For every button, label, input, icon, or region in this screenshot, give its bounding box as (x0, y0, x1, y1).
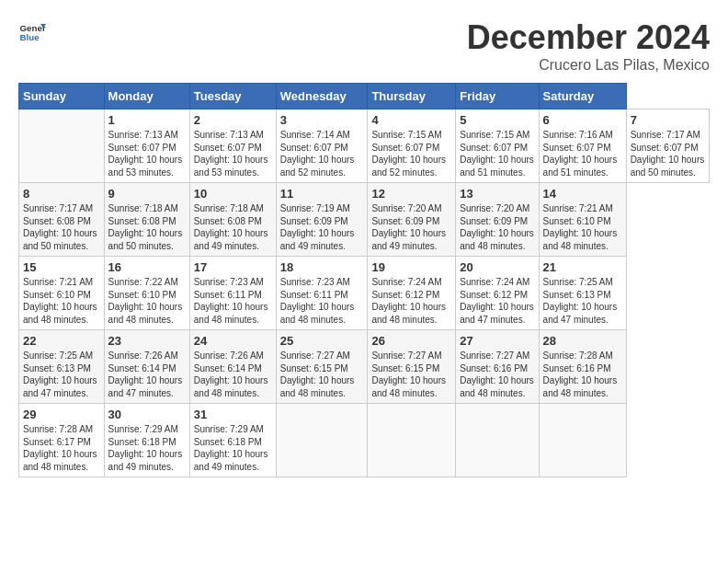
day-number: 6 (543, 113, 622, 127)
column-header-friday: Friday (456, 84, 539, 109)
day-info: Sunrise: 7:29 AMSunset: 6:18 PMDaylight:… (108, 423, 186, 473)
day-number: 25 (280, 334, 364, 348)
day-number: 26 (371, 334, 451, 348)
calendar-cell: 30Sunrise: 7:29 AMSunset: 6:18 PMDayligh… (104, 404, 189, 477)
calendar-cell: 26Sunrise: 7:27 AMSunset: 6:15 PMDayligh… (368, 330, 456, 404)
calendar-cell: 22Sunrise: 7:25 AMSunset: 6:13 PMDayligh… (19, 330, 105, 404)
header-row: SundayMondayTuesdayWednesdayThursdayFrid… (19, 84, 710, 109)
day-number: 15 (23, 260, 100, 274)
calendar-cell: 3Sunrise: 7:14 AMSunset: 6:07 PMDaylight… (276, 109, 368, 183)
day-info: Sunrise: 7:28 AMSunset: 6:16 PMDaylight:… (543, 350, 622, 399)
day-info: Sunrise: 7:23 AMSunset: 6:11 PMDaylight:… (280, 276, 364, 326)
day-info: Sunrise: 7:17 AMSunset: 6:07 PMDaylight:… (631, 129, 705, 178)
day-info: Sunrise: 7:19 AMSunset: 6:09 PMDaylight:… (280, 202, 364, 252)
day-number: 29 (23, 408, 100, 421)
calendar-cell: 9Sunrise: 7:18 AMSunset: 6:08 PMDaylight… (104, 183, 189, 257)
day-info: Sunrise: 7:26 AMSunset: 6:14 PMDaylight:… (194, 350, 272, 399)
calendar-cell: 14Sunrise: 7:21 AMSunset: 6:10 PMDayligh… (539, 183, 626, 257)
day-number: 31 (194, 408, 272, 421)
day-number: 16 (108, 260, 186, 274)
calendar-cell: 20Sunrise: 7:24 AMSunset: 6:12 PMDayligh… (456, 257, 539, 330)
day-number: 10 (194, 187, 272, 201)
day-number: 19 (371, 260, 451, 274)
calendar-cell: 11Sunrise: 7:19 AMSunset: 6:09 PMDayligh… (276, 183, 368, 257)
calendar-cell: 15Sunrise: 7:21 AMSunset: 6:10 PMDayligh… (19, 257, 105, 330)
calendar-cell: 27Sunrise: 7:27 AMSunset: 6:16 PMDayligh… (456, 330, 539, 404)
column-header-saturday: Saturday (539, 84, 626, 109)
day-number: 30 (108, 408, 186, 421)
day-info: Sunrise: 7:29 AMSunset: 6:18 PMDaylight:… (194, 423, 272, 473)
calendar-cell: 6Sunrise: 7:16 AMSunset: 6:07 PMDaylight… (539, 109, 626, 183)
day-number: 8 (23, 187, 100, 201)
day-info: Sunrise: 7:21 AMSunset: 6:10 PMDaylight:… (23, 276, 100, 326)
day-number: 4 (371, 113, 451, 127)
day-number: 14 (543, 187, 622, 201)
subtitle: Crucero Las Pilas, Mexico (467, 57, 710, 74)
calendar-cell: 13Sunrise: 7:20 AMSunset: 6:09 PMDayligh… (456, 183, 539, 257)
day-info: Sunrise: 7:22 AMSunset: 6:10 PMDaylight:… (108, 276, 186, 326)
day-number: 21 (543, 260, 622, 274)
day-number: 13 (460, 187, 534, 201)
calendar-cell: 12Sunrise: 7:20 AMSunset: 6:09 PMDayligh… (368, 183, 456, 257)
day-info: Sunrise: 7:15 AMSunset: 6:07 PMDaylight:… (371, 129, 451, 178)
day-number: 11 (280, 187, 364, 201)
calendar-cell: 4Sunrise: 7:15 AMSunset: 6:07 PMDaylight… (368, 109, 456, 183)
calendar-cell: 5Sunrise: 7:15 AMSunset: 6:07 PMDaylight… (456, 109, 539, 183)
day-number: 18 (280, 260, 364, 274)
calendar-cell: 7Sunrise: 7:17 AMSunset: 6:07 PMDaylight… (626, 109, 709, 183)
day-number: 9 (108, 187, 186, 201)
day-number: 5 (460, 113, 534, 127)
calendar-week-2: 8Sunrise: 7:17 AMSunset: 6:08 PMDaylight… (19, 183, 710, 257)
column-header-tuesday: Tuesday (189, 84, 276, 109)
day-info: Sunrise: 7:25 AMSunset: 6:13 PMDaylight:… (23, 350, 100, 399)
calendar-cell (456, 404, 539, 477)
day-number: 1 (108, 113, 186, 127)
calendar-cell: 18Sunrise: 7:23 AMSunset: 6:11 PMDayligh… (276, 257, 368, 330)
day-number: 28 (543, 334, 622, 348)
day-info: Sunrise: 7:17 AMSunset: 6:08 PMDaylight:… (23, 202, 100, 252)
calendar-week-4: 22Sunrise: 7:25 AMSunset: 6:13 PMDayligh… (19, 330, 710, 404)
logo: General Blue (18, 18, 46, 46)
calendar-week-5: 29Sunrise: 7:28 AMSunset: 6:17 PMDayligh… (19, 404, 710, 477)
calendar-cell: 31Sunrise: 7:29 AMSunset: 6:18 PMDayligh… (189, 404, 276, 477)
day-info: Sunrise: 7:25 AMSunset: 6:13 PMDaylight:… (543, 276, 622, 326)
day-info: Sunrise: 7:13 AMSunset: 6:07 PMDaylight:… (194, 129, 272, 178)
day-number: 27 (460, 334, 534, 348)
day-number: 22 (23, 334, 100, 348)
calendar-cell: 1Sunrise: 7:13 AMSunset: 6:07 PMDaylight… (104, 109, 189, 183)
day-info: Sunrise: 7:15 AMSunset: 6:07 PMDaylight:… (460, 129, 534, 178)
day-number: 23 (108, 334, 186, 348)
calendar-cell: 8Sunrise: 7:17 AMSunset: 6:08 PMDaylight… (19, 183, 105, 257)
day-number: 2 (194, 113, 272, 127)
svg-text:Blue: Blue (20, 32, 40, 42)
day-info: Sunrise: 7:27 AMSunset: 6:15 PMDaylight:… (280, 350, 364, 399)
calendar-cell: 16Sunrise: 7:22 AMSunset: 6:10 PMDayligh… (104, 257, 189, 330)
day-number: 12 (371, 187, 451, 201)
day-info: Sunrise: 7:24 AMSunset: 6:12 PMDaylight:… (371, 276, 451, 326)
calendar-cell (539, 404, 626, 477)
calendar-cell: 25Sunrise: 7:27 AMSunset: 6:15 PMDayligh… (276, 330, 368, 404)
day-info: Sunrise: 7:27 AMSunset: 6:16 PMDaylight:… (460, 350, 534, 399)
day-info: Sunrise: 7:18 AMSunset: 6:08 PMDaylight:… (108, 202, 186, 252)
day-number: 24 (194, 334, 272, 348)
day-info: Sunrise: 7:13 AMSunset: 6:07 PMDaylight:… (108, 129, 186, 178)
day-number: 3 (280, 113, 364, 127)
day-info: Sunrise: 7:18 AMSunset: 6:08 PMDaylight:… (194, 202, 272, 252)
calendar-cell: 19Sunrise: 7:24 AMSunset: 6:12 PMDayligh… (368, 257, 456, 330)
day-info: Sunrise: 7:21 AMSunset: 6:10 PMDaylight:… (543, 202, 622, 252)
calendar-cell: 23Sunrise: 7:26 AMSunset: 6:14 PMDayligh… (104, 330, 189, 404)
calendar-week-1: 1Sunrise: 7:13 AMSunset: 6:07 PMDaylight… (19, 109, 710, 183)
header: General Blue December 2024 Crucero Las P… (18, 18, 710, 74)
calendar-cell: 2Sunrise: 7:13 AMSunset: 6:07 PMDaylight… (189, 109, 276, 183)
day-number: 17 (194, 260, 272, 274)
calendar-cell (276, 404, 368, 477)
calendar-cell: 21Sunrise: 7:25 AMSunset: 6:13 PMDayligh… (539, 257, 626, 330)
calendar-week-3: 15Sunrise: 7:21 AMSunset: 6:10 PMDayligh… (19, 257, 710, 330)
day-number: 20 (460, 260, 534, 274)
calendar-cell (368, 404, 456, 477)
day-info: Sunrise: 7:23 AMSunset: 6:11 PMDaylight:… (194, 276, 272, 326)
day-info: Sunrise: 7:26 AMSunset: 6:14 PMDaylight:… (108, 350, 186, 399)
day-info: Sunrise: 7:28 AMSunset: 6:17 PMDaylight:… (23, 423, 100, 473)
logo-icon: General Blue (18, 18, 46, 46)
calendar-cell: 29Sunrise: 7:28 AMSunset: 6:17 PMDayligh… (19, 404, 105, 477)
